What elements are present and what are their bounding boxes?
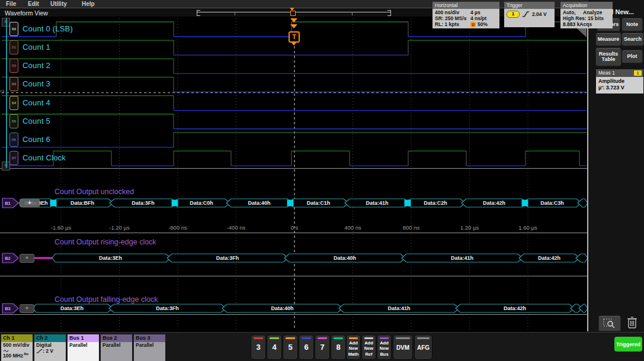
time-label: 1.20 µs (460, 224, 479, 231)
channel-label-d3[interactable]: Count 3 (23, 79, 50, 88)
channel-badge-name: Bus 3 (134, 334, 165, 342)
channel-button-5[interactable]: 5 (283, 335, 298, 360)
channel-threshold: : 2 V (43, 349, 53, 354)
channel-label-d0[interactable]: Count 0 (LSB) (23, 24, 73, 33)
add-new-measure-button[interactable]: Measure (595, 33, 621, 46)
add-new-ref-button[interactable]: AddNewRef (361, 335, 376, 360)
bus-value: Data:C2h (424, 200, 447, 206)
bus-transition-marker (50, 200, 57, 207)
channel-label-d4[interactable]: Count 4 (23, 98, 50, 107)
bus-value: Data:40h (334, 255, 356, 261)
channel-badge-d3[interactable]: D3 (9, 77, 18, 91)
add-new-plot-button[interactable]: Plot (621, 50, 643, 63)
button-label: AddNewBus (377, 340, 391, 357)
horizontal-panel[interactable]: Horizontal 400 ns/div4 µs SR: 250 MS/s4 … (432, 2, 499, 28)
channel-button-7[interactable]: 7 (315, 335, 330, 360)
channel-label-d6[interactable]: Count 6 (23, 135, 50, 144)
channel-badge-d2[interactable]: D2 (9, 59, 18, 73)
bus-badge-b1[interactable]: B1 (2, 198, 18, 208)
menu-utility[interactable]: Utility (50, 1, 67, 7)
bus-value: Data:40h (271, 305, 293, 311)
ruler-tick (352, 12, 353, 15)
bus-value: Data:3Eh (60, 305, 84, 311)
add-new-math-button[interactable]: AddNewMath (346, 335, 361, 360)
bus-value: Data:C1h (307, 200, 331, 206)
channel-badge-d7[interactable]: D7 (9, 151, 18, 165)
dvm-button[interactable]: DVM (393, 335, 413, 360)
add-new-search-button[interactable]: Search (621, 33, 644, 46)
trash-icon (627, 316, 637, 329)
channel-button-3[interactable]: 3 (251, 335, 266, 360)
channel-badge-ch-2[interactable]: Ch 2Digital: 2 V (34, 334, 66, 360)
horizontal-position-ruler[interactable] (196, 9, 392, 17)
position-icon: U (470, 22, 476, 27)
channel-setting-line1: Parallel (69, 343, 97, 349)
menu-help[interactable]: Help (82, 1, 95, 7)
channel-badge-d0[interactable]: D0 (9, 22, 18, 36)
menu-edit[interactable]: Edit (28, 1, 39, 7)
tab-waveform-view[interactable]: Waveform View (5, 9, 48, 17)
time-label: -800 ns (168, 224, 187, 231)
trigger-flag[interactable]: T (289, 31, 300, 43)
bus-add-button-b3[interactable]: + (20, 304, 34, 313)
trigger-flag-tail (291, 43, 296, 46)
bus-value: Data:3Fh (216, 255, 239, 261)
trigger-panel[interactable]: Trigger 1 2.04 V (504, 2, 555, 27)
bus-value: Data:3Fh (156, 305, 179, 311)
add-new-note-button[interactable]: Note (621, 18, 643, 31)
bus-add-button-b2[interactable]: + (20, 254, 34, 263)
record-length: RL: 1 kpts (435, 21, 470, 27)
bus-value: Data:BFh (71, 200, 94, 206)
channel-badge-d5[interactable]: D5 (9, 114, 18, 128)
channel-badge-bus-3[interactable]: Bus 3Parallel (134, 334, 165, 360)
channel-label-d1[interactable]: Count 1 (23, 43, 50, 51)
zoom-select-icon (603, 318, 616, 329)
channel-badge-d1[interactable]: D1 (9, 40, 18, 54)
afg-button[interactable]: AFG (414, 335, 432, 360)
bus-badge-b3[interactable]: B3 (2, 304, 18, 313)
bus-value: Data:C3h (540, 200, 564, 206)
bus-drag-handle-b1[interactable]: + (20, 199, 40, 207)
bus-value: Data:3Eh (99, 255, 122, 261)
channel-label-d5[interactable]: Count 5 (23, 117, 50, 125)
bus-badge-label: B1 (5, 201, 11, 206)
channel-setting-line1: Parallel (136, 343, 164, 349)
measurement-badge[interactable]: Meas 1 1 Amplitude µ': 3.723 V (596, 69, 643, 94)
channel-label-d2[interactable]: Count 2 (23, 61, 50, 70)
channel-label-d7[interactable]: Count Clock (23, 153, 66, 162)
bus-value: Data:42h (504, 305, 526, 311)
horizontal-title: Horizontal (432, 2, 499, 9)
bus-badge-label: B3 (5, 306, 11, 311)
zoom-select-button[interactable] (598, 315, 621, 331)
channel-badge-ch-1[interactable]: Ch 1500 mV/div100 MHz Bw (1, 334, 33, 360)
acquisition-mode: Auto, (563, 9, 583, 15)
channel-badge-name: Ch 2 (34, 334, 66, 342)
button-label: AddNewMath (347, 340, 360, 357)
bus-badge-b2[interactable]: B2 (2, 253, 18, 263)
channel-button-8[interactable]: 8 (331, 335, 346, 360)
channel-button-label: 3 (251, 343, 265, 352)
threshold-icon (36, 349, 43, 354)
channel-badge-bus-2[interactable]: Bus 2Parallel (101, 334, 132, 360)
channel-badge-d4[interactable]: D4 (9, 96, 18, 110)
acquisition-panel[interactable]: Acquisition Auto,Analyze High Res: 15 bi… (560, 2, 613, 28)
channel-button-6[interactable]: 6 (299, 335, 314, 360)
menu-file[interactable]: File (6, 1, 16, 7)
time-label: 0 s (291, 224, 299, 231)
bus-value: Data:42h (538, 255, 560, 261)
bus-value: Data:40h (248, 200, 270, 206)
add-new-results-table-button[interactable]: Results Table (595, 47, 621, 66)
horizontal-scale: 400 ns/div (435, 9, 470, 15)
delete-button[interactable] (624, 315, 640, 330)
channel-badge-name: Bus 1 (68, 334, 99, 342)
channel-badge-bus-1[interactable]: Bus 1Parallel (68, 334, 99, 360)
bus-transition-marker (405, 200, 411, 207)
waveform-view[interactable]: -1.60 µs-1.20 µs-800 ns-400 ns0 s400 ns8… (0, 17, 588, 331)
channel-badge-d6[interactable]: D6 (9, 133, 18, 147)
button-label: AddNewRef (362, 340, 376, 357)
channel-button-4[interactable]: 4 (267, 335, 282, 360)
button-color-stripe (349, 337, 358, 339)
trigger-position-icon-box[interactable] (290, 11, 296, 16)
add-new-bus-button[interactable]: AddNewBus (377, 335, 392, 360)
trigger-source-badge: 1 (507, 11, 520, 18)
